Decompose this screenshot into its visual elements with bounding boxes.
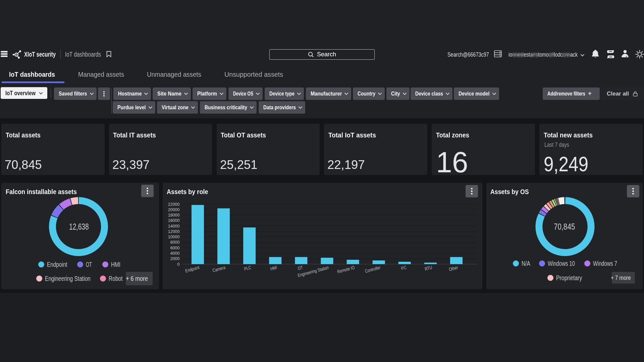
svg-text:8000: 8000 bbox=[170, 240, 179, 245]
svg-text:Controller: Controller bbox=[364, 264, 381, 274]
svg-text:12000: 12000 bbox=[168, 229, 179, 234]
svg-text:PC: PC bbox=[400, 264, 407, 271]
svg-text:10000: 10000 bbox=[168, 235, 179, 239]
svg-text:20000: 20000 bbox=[168, 207, 179, 212]
svg-text:Remote IO: Remote IO bbox=[336, 264, 355, 274]
svg-text:6000: 6000 bbox=[170, 246, 179, 250]
svg-text:4000: 4000 bbox=[170, 251, 179, 256]
svg-text:14000: 14000 bbox=[168, 224, 179, 229]
svg-text:RTU: RTU bbox=[424, 264, 433, 272]
svg-text:Endpoint: Endpoint bbox=[184, 264, 200, 274]
svg-text:PLC: PLC bbox=[243, 264, 252, 272]
svg-text:2000: 2000 bbox=[170, 256, 179, 261]
svg-text:OT: OT bbox=[297, 264, 303, 271]
svg-text:Camera: Camera bbox=[212, 264, 226, 273]
svg-text:16000: 16000 bbox=[168, 218, 179, 223]
svg-text:HMI: HMI bbox=[270, 264, 277, 272]
svg-text:Other: Other bbox=[448, 264, 459, 272]
svg-text:18000: 18000 bbox=[168, 213, 179, 218]
svg-text:0: 0 bbox=[177, 262, 179, 267]
svg-text:22000: 22000 bbox=[168, 202, 179, 207]
